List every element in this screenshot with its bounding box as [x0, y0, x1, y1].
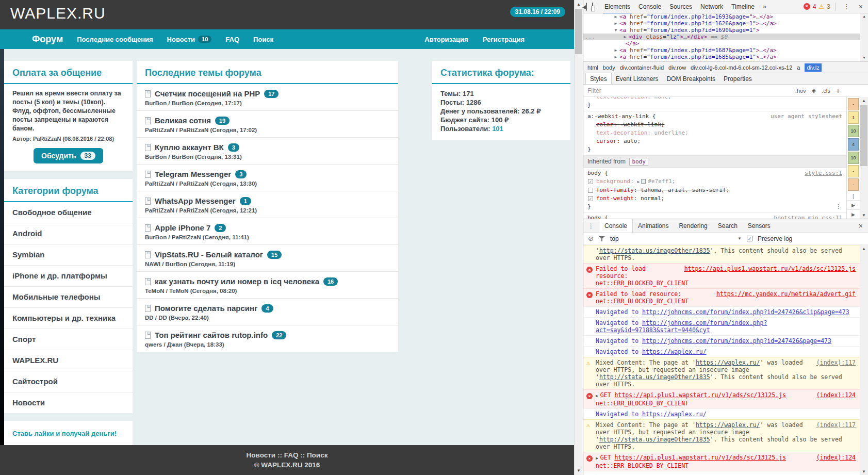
topic-title[interactable]: Telegram Messenger [155, 170, 231, 178]
scroll-up-arrow-icon[interactable]: ▲ [860, 245, 868, 252]
color-swatch[interactable] [641, 179, 646, 184]
scroll-up-arrow-icon[interactable]: ▲ [575, 0, 583, 9]
console-link[interactable]: http://johncms.com/forum/index.php?id=24… [642, 308, 849, 316]
property-checkbox[interactable]: ✓ [588, 196, 593, 201]
property-checkbox[interactable]: ✓ [588, 179, 593, 184]
execution-context-select[interactable]: top ▼ [610, 235, 742, 242]
inspect-element-icon[interactable] [586, 3, 587, 10]
console-link[interactable]: https://waplex.ru/ [696, 359, 760, 366]
category-item[interactable]: Новости [4, 392, 133, 413]
devtools-tab-network[interactable]: Network [696, 0, 727, 13]
category-item[interactable]: Свободное общение [4, 202, 133, 223]
device-toolbar-icon[interactable] [592, 3, 593, 10]
topic-list-item[interactable]: WhatsApp Messenger1PaRtiZzaN / PaRtiZzaN… [137, 191, 398, 218]
breadcrumb-item[interactable]: body [603, 64, 615, 71]
stat-value[interactable]: 101 [492, 125, 503, 133]
source-location-link[interactable]: (index):124 [816, 454, 856, 461]
category-item[interactable]: Мобильные телефоны [4, 286, 133, 307]
topic-list-item[interactable]: Куплю аккаунт ВК3BurBon / BurBon (Сегодн… [137, 137, 398, 164]
css-property[interactable]: ✓font-weight: normal; [587, 194, 843, 203]
inherited-node[interactable]: body [629, 158, 648, 166]
console-link[interactable]: http://stata.us/imageOther/1835 [599, 436, 710, 443]
expand-arrow-icon[interactable]: ▶ [596, 394, 598, 398]
source-location-link[interactable]: (index):117 [816, 421, 856, 429]
topic-title[interactable]: Apple iPhone 7 [155, 223, 210, 232]
breadcrumb-item[interactable]: div.col-lg-6.col-md-6.col-sm-12.col-xs-1… [691, 64, 792, 71]
breadcrumb-item[interactable]: a [797, 64, 800, 71]
topic-title[interactable]: Помогите сделать парсинг [155, 304, 257, 313]
topic-list-item[interactable]: Telegram Messenger3PaRtiZzaN / PaRtiZzaN… [137, 164, 398, 191]
site-logo[interactable]: WAPLEX.RU [10, 5, 106, 22]
scroll-down-arrow-icon[interactable]: ▼ [860, 211, 868, 219]
css-property[interactable]: color: -webkit-link; [587, 121, 843, 129]
page-scrollbar[interactable]: ▲ ▼ [574, 0, 583, 475]
console-link[interactable]: https://api.plus1.wapstart.ru/v1/ads/sc/… [615, 454, 786, 461]
drawer-tab-console[interactable]: Console [599, 219, 633, 233]
category-item[interactable]: iPhone и др. платформы [4, 265, 133, 286]
devtools-tab-sources[interactable]: Sources [665, 0, 696, 13]
nav-item[interactable]: FAQ [225, 36, 239, 43]
breadcrumb-item[interactable]: div.container-fluid [620, 64, 664, 71]
source-location-link[interactable]: https://api.plus1.wapstart.ru/v1/ads/sc/… [684, 265, 856, 272]
console-link[interactable]: https://waplex.ru/ [696, 421, 760, 429]
element-state-icon[interactable]: ◈ [812, 87, 816, 94]
footer-links[interactable]: Новости :: FAQ :: Поиск [0, 450, 574, 460]
category-item[interactable]: Сайтострой [4, 371, 133, 392]
css-property[interactable]: cursor: auto; [587, 137, 843, 145]
scroll-up-arrow-icon[interactable]: ▲ [860, 13, 868, 20]
breadcrumb-item[interactable]: div.row [668, 64, 686, 71]
nav-item[interactable]: Форум [32, 34, 63, 45]
new-style-rule-button[interactable]: + [836, 87, 840, 95]
console-link[interactable]: https://api.plus1.wapstart.ru/v1/ads/sc/… [615, 391, 786, 399]
category-item[interactable]: WAPLEX.RU [4, 350, 133, 371]
sidebar-tab-properties[interactable]: Properties [719, 73, 756, 84]
scroll-down-arrow-icon[interactable]: ▼ [860, 55, 868, 61]
source-location-link[interactable]: (index):117 [816, 359, 856, 366]
expand-value-arrow-icon[interactable]: ▶ [637, 179, 640, 184]
scrollbar-thumb[interactable] [575, 9, 582, 54]
tree-collapsed-arrow-icon[interactable]: ▶ [623, 34, 628, 40]
console-link[interactable]: http://stata.us/imageOther/1835 [599, 247, 710, 254]
dom-tree-row[interactable]: ▶<a href="forum/index.php?id=1626&page=1… [583, 20, 868, 27]
devtools-close-icon[interactable]: × [856, 3, 866, 11]
devtools-menu-icon[interactable]: ⋮ [840, 3, 853, 10]
tree-collapsed-arrow-icon[interactable]: ▶ [613, 20, 618, 27]
dom-tree-row[interactable]: </a> [583, 40, 868, 47]
stylesheet-origin[interactable]: style.css:1 [805, 169, 842, 177]
source-location-link[interactable]: https://mc.yandex.ru/metrika/advert.gif [716, 290, 856, 298]
expand-arrow-icon[interactable]: ▶ [596, 456, 598, 461]
topic-list-item[interactable]: Великая сотня19PaRtiZzaN / PaRtiZzaN (Се… [137, 110, 398, 137]
drawer-close-icon[interactable]: × [854, 222, 868, 230]
devtools-tab-elements[interactable]: Elements [600, 0, 634, 13]
warning-triangle-icon[interactable]: ⚠ [818, 3, 824, 10]
dom-tree-row[interactable]: ▼<a href="forum/index.php?id=1690&page=1… [583, 27, 868, 34]
topic-title[interactable]: WhatsApp Messenger [155, 196, 236, 205]
console-link[interactable]: http://johncms.com/forum/index.php?id=24… [642, 337, 831, 345]
topic-title[interactable]: VipStats.RU - Белый каталог [155, 250, 263, 259]
topic-title[interactable]: Великая сотня [155, 116, 211, 125]
tree-collapsed-arrow-icon[interactable]: ▶ [613, 13, 618, 20]
topic-list-item[interactable]: как узнать почту или номер в icq человек… [137, 271, 398, 298]
console-prompt[interactable]: > [583, 471, 860, 475]
breadcrumb-item[interactable]: div.lz [805, 63, 821, 72]
sidebar-tab-styles[interactable]: Styles [585, 73, 612, 84]
scroll-up-arrow-icon[interactable]: ▲ [860, 97, 868, 104]
tree-collapsed-arrow-icon[interactable]: ▶ [613, 47, 618, 54]
scroll-down-arrow-icon[interactable]: ▼ [575, 466, 583, 475]
more-tabs-chevron-icon[interactable]: » [759, 0, 771, 13]
console-link[interactable]: https://waplex.ru/ [642, 348, 707, 355]
pseudo-state-toggle[interactable]: :hov [795, 88, 806, 94]
console-scrollbar[interactable]: ▲ ▼ [860, 245, 868, 475]
css-property[interactable]: text-decoration: underline; [587, 129, 843, 137]
drawer-tab-search[interactable]: Search [713, 219, 743, 233]
drawer-tab-sensors[interactable]: Sensors [743, 219, 776, 233]
topic-title[interactable]: как узнать почту или номер в icq человек… [155, 277, 319, 286]
topic-list-item[interactable]: VipStats.RU - Белый каталог15NAWI / BurB… [137, 244, 398, 271]
stylesheet-origin[interactable]: bootstrap.min.css:11 [774, 214, 842, 219]
dom-tree-row[interactable]: ...▶<div class="lz">…</div> == $0 [583, 34, 868, 40]
collapsed-section-row[interactable]: [ [847, 191, 860, 200]
topic-list-item[interactable]: Счетчик посещений на PHP17BurBon / BurBo… [137, 84, 398, 110]
topic-list-item[interactable]: Топ рейтинг сайтов rutop.info22qwers / Д… [137, 325, 398, 352]
topic-title[interactable]: Счетчик посещений на PHP [155, 89, 260, 98]
preserve-log-checkbox[interactable]: ✓ [747, 236, 752, 241]
